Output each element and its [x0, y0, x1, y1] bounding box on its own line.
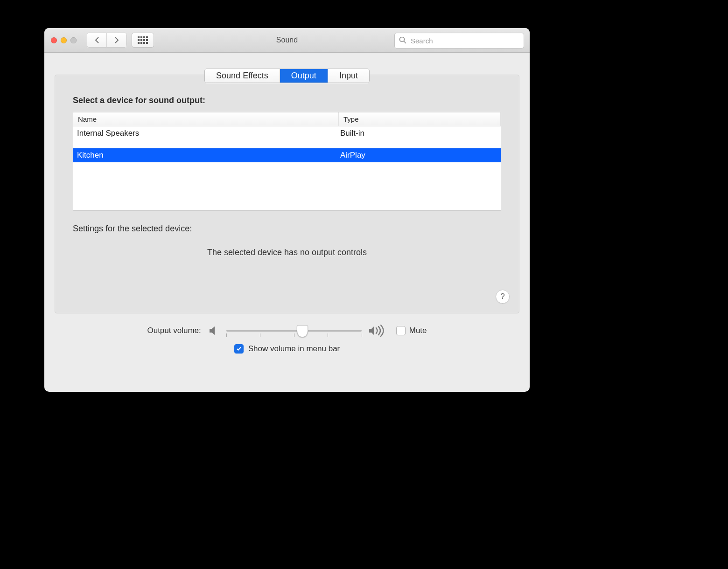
- grid-icon: [138, 36, 148, 44]
- table-row[interactable]: Kitchen AirPlay: [73, 148, 501, 162]
- show-all-button[interactable]: [132, 33, 154, 48]
- column-type[interactable]: Type: [339, 112, 501, 126]
- window-controls: [51, 37, 77, 43]
- device-type: AirPlay: [336, 148, 501, 162]
- show-volume-label: Show volume in menu bar: [248, 344, 340, 354]
- no-output-controls-message: The selected device has no output contro…: [73, 248, 501, 257]
- device-type: Built-in: [336, 126, 501, 140]
- tab-sound-effects[interactable]: Sound Effects: [205, 69, 280, 83]
- speaker-loud-icon: [368, 325, 387, 337]
- table-header: Name Type: [73, 112, 501, 126]
- sound-preferences-window: Sound Sound Effects Output Input Select …: [44, 28, 530, 392]
- search-icon: [399, 36, 406, 44]
- output-volume-label: Output volume:: [147, 326, 201, 335]
- device-name: Kitchen: [73, 148, 336, 162]
- column-name[interactable]: Name: [73, 112, 339, 126]
- tab-input[interactable]: Input: [328, 69, 369, 83]
- output-volume-row: Output volume:: [44, 325, 530, 337]
- forward-button[interactable]: [107, 33, 126, 47]
- tab-output[interactable]: Output: [280, 69, 328, 83]
- table-row[interactable]: Internal Speakers Built-in: [73, 126, 501, 140]
- mute-checkbox[interactable]: [396, 326, 406, 335]
- show-volume-checkbox[interactable]: [234, 344, 244, 354]
- chevron-left-icon: [95, 37, 99, 43]
- speaker-mute-icon: [209, 326, 220, 336]
- svg-point-0: [400, 37, 405, 42]
- zoom-button[interactable]: [70, 37, 77, 43]
- help-button[interactable]: ?: [496, 290, 510, 304]
- close-button[interactable]: [51, 37, 57, 43]
- svg-line-1: [404, 41, 406, 43]
- settings-heading: Settings for the selected device:: [73, 224, 501, 234]
- show-volume-row: Show volume in menu bar: [44, 344, 530, 354]
- tabs: Sound Effects Output Input: [44, 69, 530, 83]
- slider-thumb[interactable]: [297, 325, 308, 337]
- search-input[interactable]: [394, 33, 524, 49]
- chevron-right-icon: [114, 37, 119, 43]
- device-name: Internal Speakers: [73, 126, 336, 140]
- toolbar-nav: [87, 33, 154, 48]
- back-button[interactable]: [87, 33, 107, 47]
- toolbar: Sound: [44, 28, 530, 53]
- back-forward-segment: [87, 33, 127, 48]
- select-device-heading: Select a device for sound output:: [73, 96, 501, 105]
- minimize-button[interactable]: [61, 37, 67, 43]
- output-device-table: Name Type Internal Speakers Built-in Kit…: [73, 112, 501, 211]
- mute-label: Mute: [409, 326, 427, 335]
- output-panel: Select a device for sound output: Name T…: [55, 75, 519, 313]
- output-volume-slider[interactable]: [226, 325, 362, 336]
